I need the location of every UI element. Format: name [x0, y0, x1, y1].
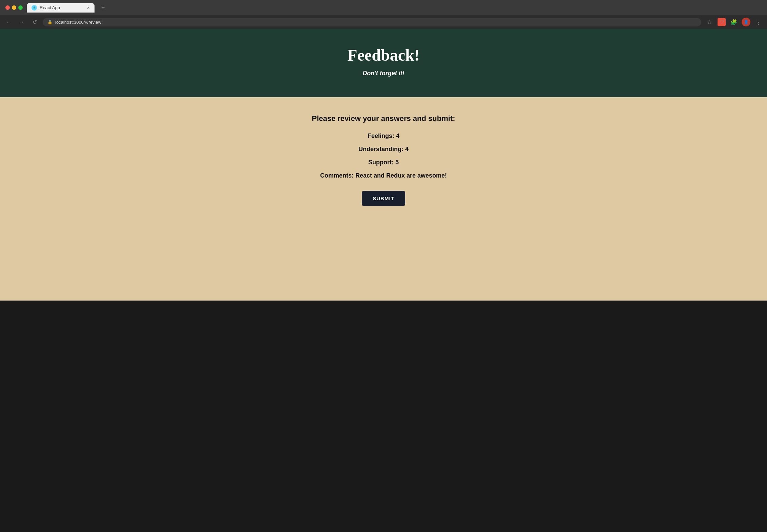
puzzle-icon: 🧩 — [730, 19, 737, 25]
browser-tab[interactable]: ⚛ React App × — [27, 3, 95, 13]
address-bar-row: ← → ↺ 🔒 localhost:3000/#/review ☆ 🛡 🧩 👤 … — [0, 15, 767, 29]
app-title: Feedback! — [7, 46, 760, 64]
more-options-button[interactable]: ⋮ — [753, 17, 763, 27]
back-button[interactable]: ← — [4, 17, 14, 27]
reload-button[interactable]: ↺ — [30, 17, 39, 27]
tab-close-button[interactable]: × — [87, 5, 90, 11]
tab-title: React App — [40, 5, 60, 10]
lock-icon: 🔒 — [47, 20, 53, 24]
comments-value: Comments: React and Redux are awesome! — [7, 172, 760, 179]
forward-button[interactable]: → — [17, 17, 26, 27]
bookmark-button[interactable]: ☆ — [705, 17, 714, 27]
title-bar: ⚛ React App × + — [0, 0, 767, 15]
star-icon: ☆ — [707, 19, 712, 25]
app-subtitle: Don't forget it! — [7, 70, 760, 77]
extensions-button[interactable]: 🧩 — [729, 17, 739, 27]
submit-button[interactable]: SUBMIT — [362, 191, 405, 206]
app-header: Feedback! Don't forget it! — [0, 29, 767, 97]
app-body: Please review your answers and submit: F… — [0, 97, 767, 301]
support-value: Support: 5 — [7, 159, 760, 166]
profile-button[interactable]: 👤 — [741, 17, 751, 27]
browser-chrome: ⚛ React App × + ← → ↺ 🔒 localhost:3000/#… — [0, 0, 767, 29]
review-prompt: Please review your answers and submit: — [7, 114, 760, 123]
traffic-lights — [5, 5, 23, 10]
user-avatar: 👤 — [742, 18, 750, 26]
address-bar[interactable]: 🔒 localhost:3000/#/review — [43, 18, 701, 26]
minimize-traffic-light[interactable] — [12, 5, 16, 10]
browser-actions: ☆ 🛡 🧩 👤 ⋮ — [705, 17, 763, 27]
extension-icon-button[interactable]: 🛡 — [717, 17, 726, 27]
understanding-value: Understanding: 4 — [7, 146, 760, 153]
close-traffic-light[interactable] — [5, 5, 10, 10]
feelings-value: Feelings: 4 — [7, 132, 760, 140]
extension-badge: 🛡 — [718, 18, 726, 26]
maximize-traffic-light[interactable] — [18, 5, 23, 10]
url-display: localhost:3000/#/review — [55, 20, 101, 25]
new-tab-button[interactable]: + — [99, 3, 108, 13]
react-tab-icon: ⚛ — [32, 5, 37, 11]
app-content: Feedback! Don't forget it! Please review… — [0, 29, 767, 301]
